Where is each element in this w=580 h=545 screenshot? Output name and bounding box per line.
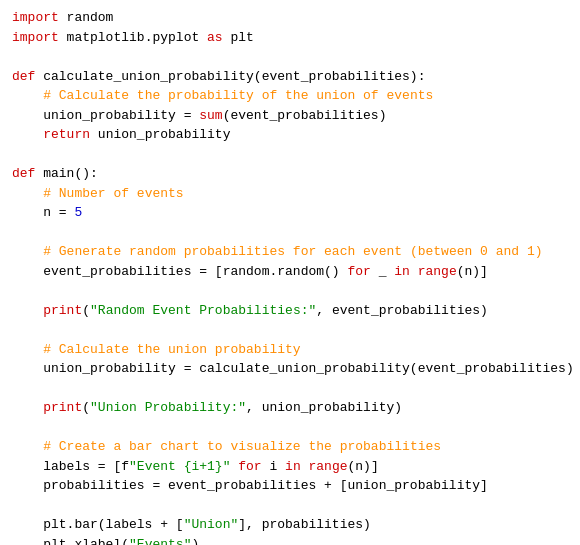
code-token: ], probabilities)	[238, 517, 371, 532]
code-token	[12, 88, 43, 103]
code-line: import random	[12, 8, 568, 28]
code-token: print	[43, 400, 82, 415]
code-token: in	[394, 264, 410, 279]
code-line: # Calculate the union probability	[12, 340, 568, 360]
code-token: sum	[199, 108, 222, 123]
code-token: (n)]	[457, 264, 488, 279]
code-token	[410, 264, 418, 279]
code-line: print("Union Probability:", union_probab…	[12, 398, 568, 418]
code-token	[12, 342, 43, 357]
code-token: print	[43, 303, 82, 318]
code-line: labels = [f"Event {i+1}" for i in range(…	[12, 457, 568, 477]
code-token: # Generate random probabilities for each…	[43, 244, 542, 259]
code-token: union_probability	[90, 127, 230, 142]
code-token: calculate_union_probability(event_probab…	[35, 69, 425, 84]
code-token: plt	[223, 30, 254, 45]
code-line: def main():	[12, 164, 568, 184]
code-token: plt.xlabel(	[12, 537, 129, 546]
code-token: # Create a bar chart to visualize the pr…	[43, 439, 441, 454]
code-token: union_probability =	[12, 108, 199, 123]
code-token: return	[43, 127, 90, 142]
code-line: # Calculate the probability of the union…	[12, 86, 568, 106]
code-line	[12, 418, 568, 438]
code-line: # Create a bar chart to visualize the pr…	[12, 437, 568, 457]
code-token: for	[238, 459, 261, 474]
code-token: main():	[35, 166, 97, 181]
code-token: # Calculate the union probability	[43, 342, 300, 357]
code-token: event_probabilities = [random.random()	[12, 264, 347, 279]
code-token: , union_probability)	[246, 400, 402, 415]
code-token	[12, 303, 43, 318]
code-token: range	[309, 459, 348, 474]
code-token: matplotlib.pyplot	[59, 30, 207, 45]
code-token: plt.bar(labels + [	[12, 517, 184, 532]
code-line	[12, 223, 568, 243]
code-token: # Number of events	[43, 186, 183, 201]
code-token	[12, 186, 43, 201]
code-token: _	[371, 264, 394, 279]
code-line	[12, 47, 568, 67]
code-token: import	[12, 10, 59, 25]
code-line: n = 5	[12, 203, 568, 223]
code-token: probabilities = event_probabilities + [u…	[12, 478, 488, 493]
code-editor: import randomimport matplotlib.pyplot as…	[12, 8, 568, 545]
code-line: import matplotlib.pyplot as plt	[12, 28, 568, 48]
code-token: import	[12, 30, 59, 45]
code-line	[12, 496, 568, 516]
code-line	[12, 281, 568, 301]
code-token: range	[418, 264, 457, 279]
code-line: event_probabilities = [random.random() f…	[12, 262, 568, 282]
code-token: 5	[74, 205, 82, 220]
code-line: print("Random Event Probabilities:", eve…	[12, 301, 568, 321]
code-token: n =	[12, 205, 74, 220]
code-line: def calculate_union_probability(event_pr…	[12, 67, 568, 87]
code-line: return union_probability	[12, 125, 568, 145]
code-token: "Union"	[184, 517, 239, 532]
code-token: def	[12, 166, 35, 181]
code-line: union_probability = calculate_union_prob…	[12, 359, 568, 379]
code-token	[12, 127, 43, 142]
code-token: def	[12, 69, 35, 84]
code-token	[12, 439, 43, 454]
code-token: # Calculate the probability of the union…	[43, 88, 433, 103]
code-line	[12, 320, 568, 340]
code-line	[12, 379, 568, 399]
code-token: in	[285, 459, 301, 474]
code-token: random	[59, 10, 114, 25]
code-token: (	[82, 400, 90, 415]
code-line: plt.bar(labels + ["Union"], probabilitie…	[12, 515, 568, 535]
code-token: i	[262, 459, 285, 474]
code-token: as	[207, 30, 223, 45]
code-line: # Number of events	[12, 184, 568, 204]
code-token: labels = [f	[12, 459, 129, 474]
code-token: (event_probabilities)	[223, 108, 387, 123]
code-line	[12, 145, 568, 165]
code-token: "Union Probability:"	[90, 400, 246, 415]
code-token: )	[191, 537, 199, 546]
code-token: "Random Event Probabilities:"	[90, 303, 316, 318]
code-token	[301, 459, 309, 474]
code-token: (n)]	[348, 459, 379, 474]
code-token: "Event {i+1}"	[129, 459, 230, 474]
code-line: # Generate random probabilities for each…	[12, 242, 568, 262]
code-line: plt.xlabel("Events")	[12, 535, 568, 546]
code-token	[12, 244, 43, 259]
code-token: , event_probabilities)	[316, 303, 488, 318]
code-token: union_probability = calculate_union_prob…	[12, 361, 574, 376]
code-token: "Events"	[129, 537, 191, 546]
code-line: union_probability = sum(event_probabilit…	[12, 106, 568, 126]
code-token: (	[82, 303, 90, 318]
code-token: for	[347, 264, 370, 279]
code-line: probabilities = event_probabilities + [u…	[12, 476, 568, 496]
code-token	[12, 400, 43, 415]
